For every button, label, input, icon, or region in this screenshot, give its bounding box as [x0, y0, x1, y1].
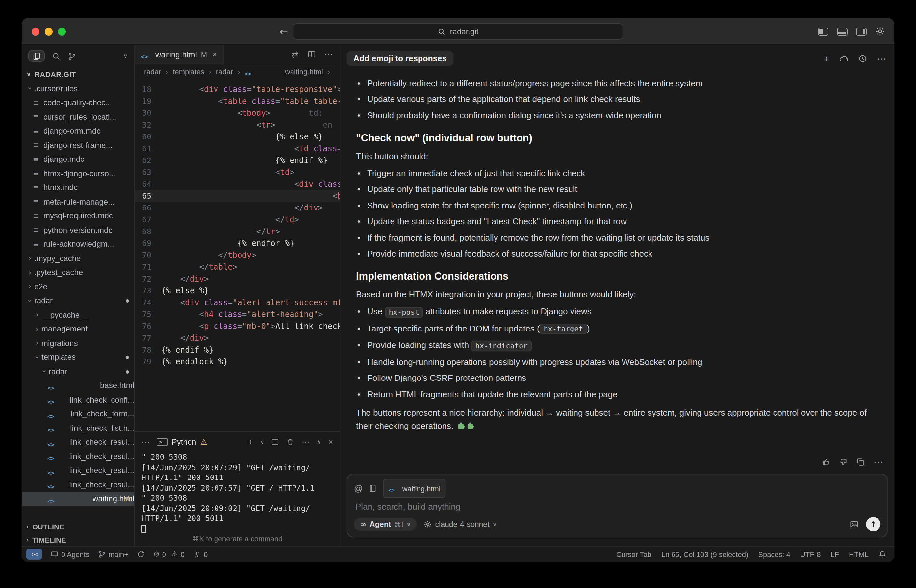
- cursor-position-status[interactable]: Ln 65, Col 103 (9 selected): [661, 550, 748, 558]
- command-center[interactable]: radar.git: [293, 23, 623, 40]
- tree-item[interactable]: ≡meta-rule-manage...: [22, 195, 134, 209]
- tree-item[interactable]: ›.cursor/rules: [22, 82, 134, 96]
- thumbs-down-icon[interactable]: [839, 457, 848, 466]
- tree-item[interactable]: ›management: [22, 322, 134, 336]
- explorer-section-header[interactable]: ∨ RADAR.GIT: [22, 67, 134, 82]
- split-terminal-icon[interactable]: [272, 438, 279, 446]
- new-chat-icon[interactable]: +: [824, 53, 829, 64]
- gear-icon[interactable]: [875, 26, 885, 36]
- code-line[interactable]: 61 <td class="text-muted": [135, 143, 340, 155]
- code-line[interactable]: 70 </tbody>: [135, 249, 340, 261]
- context-chip-waiting-html[interactable]: <> waiting.html: [383, 479, 445, 498]
- toggle-primary-sidebar-icon[interactable]: [818, 27, 829, 35]
- code-line[interactable]: 67 </td>: [135, 214, 340, 226]
- tree-item[interactable]: <>link_check_resul...: [22, 478, 134, 492]
- chevron-down-icon[interactable]: ∨: [123, 53, 128, 59]
- source-control-view-icon[interactable]: [68, 52, 76, 60]
- close-tab-icon[interactable]: ×: [212, 49, 217, 59]
- explorer-view-icon[interactable]: [28, 50, 45, 62]
- tree-item[interactable]: ›e2e: [22, 279, 134, 294]
- breadcrumb-item[interactable]: radar: [216, 68, 233, 76]
- tree-item[interactable]: ≡rule-acknowledgm...: [22, 237, 134, 251]
- terminal-more-icon[interactable]: ⋯: [302, 438, 310, 447]
- agent-mode-selector[interactable]: ∞ Agent ⌘I ∨: [354, 518, 417, 531]
- cursor-tab-status[interactable]: Cursor Tab: [616, 550, 651, 558]
- close-button[interactable]: [32, 27, 39, 35]
- chat-input-box[interactable]: @ <> waiting.html Plan, search, build an…: [347, 473, 888, 537]
- send-button[interactable]: ↑: [866, 517, 880, 531]
- tree-item[interactable]: <>link_check_form...: [22, 407, 134, 421]
- tree-item[interactable]: <>link_check_resul...: [22, 435, 134, 449]
- terminal-tab-python[interactable]: >_ Python ⚠: [157, 438, 207, 447]
- breadcrumb-item[interactable]: waiting.html: [285, 68, 323, 76]
- model-selector[interactable]: claude-4-sonnet ∨: [424, 520, 497, 528]
- code-line[interactable]: 73{% else %}: [135, 285, 340, 297]
- tree-item[interactable]: <>link_check_resul...: [22, 464, 134, 478]
- tree-item[interactable]: ›__pycache__: [22, 308, 134, 322]
- split-editor-icon[interactable]: [307, 50, 316, 58]
- breadcrumb-item[interactable]: radar: [144, 68, 161, 76]
- eol-status[interactable]: LF: [830, 550, 839, 558]
- image-attach-icon[interactable]: [850, 520, 859, 529]
- back-icon[interactable]: ←: [280, 25, 288, 37]
- more-actions-icon[interactable]: ⋯: [324, 49, 333, 59]
- code-line[interactable]: 65 <button class="btn btn-sm": [135, 190, 340, 202]
- tree-item[interactable]: <>link_check_list.h...: [22, 421, 134, 435]
- ports-status[interactable]: 0: [193, 550, 208, 558]
- mention-icon[interactable]: @: [354, 483, 363, 493]
- code-line[interactable]: 74 <div class="alert alert-success mt-4"…: [135, 297, 340, 309]
- maximize-panel-icon[interactable]: ∧: [317, 439, 321, 445]
- tree-item[interactable]: ≡htmx.mdc: [22, 181, 134, 195]
- code-line[interactable]: 79{% endblock %}: [135, 356, 340, 368]
- tree-item[interactable]: ›radar: [22, 364, 134, 378]
- tree-item[interactable]: ≡htmx-django-curso...: [22, 166, 134, 181]
- tree-item[interactable]: ›.pytest_cache: [22, 265, 134, 279]
- terminal-dropdown-icon[interactable]: ∨: [260, 439, 264, 445]
- code-line[interactable]: 62 {% endif %}: [135, 155, 340, 166]
- minimize-button[interactable]: [45, 27, 53, 35]
- search-view-icon[interactable]: [52, 52, 60, 60]
- sync-status[interactable]: [137, 550, 145, 558]
- tree-item[interactable]: ›migrations: [22, 336, 134, 350]
- tree-item[interactable]: ≡django.mdc: [22, 152, 134, 166]
- code-line[interactable]: 19 <table class="table table-striped tab…: [135, 95, 340, 107]
- copy-icon[interactable]: [856, 457, 865, 466]
- code-line[interactable]: 78{% endif %}: [135, 344, 340, 356]
- code-line[interactable]: 77 </div>: [135, 332, 340, 344]
- tree-item[interactable]: ≡cursor_rules_locati...: [22, 110, 134, 124]
- maximize-button[interactable]: [58, 27, 66, 35]
- history-icon[interactable]: [858, 54, 867, 63]
- toggle-panel-icon[interactable]: [837, 27, 848, 35]
- attach-doc-icon[interactable]: [369, 484, 377, 493]
- tree-item[interactable]: ≡django-orm.mdc: [22, 124, 134, 138]
- tree-item[interactable]: ≡python-version.mdc: [22, 223, 134, 237]
- close-panel-icon[interactable]: ×: [329, 438, 333, 447]
- code-line[interactable]: 69 {% endfor %}: [135, 237, 340, 249]
- code-line[interactable]: 30 <tbody> td:: [135, 107, 340, 119]
- tree-item[interactable]: ›templates: [22, 350, 134, 364]
- code-line[interactable]: 75 <h4 class="alert-heading">: [135, 309, 340, 320]
- notifications-bell-icon[interactable]: [879, 550, 886, 558]
- code-line[interactable]: 63 <td>: [135, 166, 340, 178]
- code-line[interactable]: 68 </tr>: [135, 226, 340, 237]
- compare-changes-icon[interactable]: ⇄: [291, 49, 299, 59]
- tree-item[interactable]: ≡code-quality-chec...: [22, 96, 134, 110]
- tree-item[interactable]: ›.mypy_cache: [22, 251, 134, 265]
- tree-item[interactable]: <>link_check_confi...: [22, 393, 134, 407]
- code-line[interactable]: 66 </div>: [135, 202, 340, 214]
- kill-terminal-icon[interactable]: [286, 438, 295, 446]
- code-line[interactable]: 64 <div class="btn-group": [135, 178, 340, 190]
- code-line[interactable]: 18 <div class="table-responsive">: [135, 84, 340, 95]
- code-editor[interactable]: 18 <div class="table-responsive">19 <tab…: [135, 79, 340, 431]
- language-status[interactable]: HTML: [849, 550, 869, 558]
- code-line[interactable]: 72 </div>: [135, 273, 340, 285]
- new-terminal-button[interactable]: +: [248, 438, 253, 447]
- chat-title[interactable]: Add emoji to responses: [347, 51, 453, 66]
- terminal-output[interactable]: " 200 5308[14/Jun/2025 20:07:29] "GET /w…: [135, 452, 340, 546]
- chat-more-icon[interactable]: ⋯: [877, 53, 886, 64]
- code-line[interactable]: 76 <p class="mb-0">All link checks are p…: [135, 320, 340, 332]
- agents-status[interactable]: 0 Agents: [51, 550, 89, 558]
- thumbs-up-icon[interactable]: [822, 457, 830, 466]
- tree-item[interactable]: ≡mysql-required.mdc: [22, 209, 134, 223]
- terminal-overflow-icon[interactable]: ⋯: [141, 437, 150, 447]
